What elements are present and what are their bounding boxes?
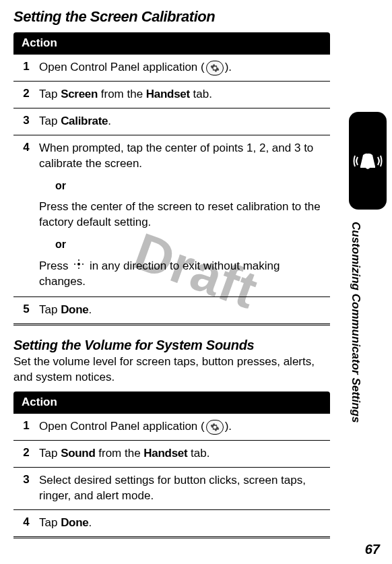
step-text: Tap Sound from the Handset tab. [39,446,214,462]
section2-title: Setting the Volume for System Sounds [13,338,330,353]
table-row: 1 Open Control Panel application (). [13,414,330,441]
svg-point-0 [77,263,80,265]
step-text: Tap Done. [39,515,96,531]
step-text: Open Control Panel application (). [39,419,236,435]
action-header-1: Action [13,32,330,54]
nav-icon [73,259,84,274]
step-number: 4 [13,515,39,531]
step-text: Tap Done. [39,303,96,318]
side-tab: Customizing Communicator Settings [349,112,387,536]
step-number: 3 [13,114,39,129]
step-number: 3 [13,473,39,504]
step-text: Select desired settings for button click… [39,473,330,504]
chapter-label: Customizing Communicator Settings [349,222,362,451]
step-text: Tap Calibrate. [39,114,115,129]
svg-point-1 [78,259,79,261]
bell-icon [349,112,387,210]
step-number: 2 [13,446,39,462]
table-row: 4 When prompted, tap the center of point… [13,135,330,297]
step-text: Tap Screen from the Handset tab. [39,87,216,102]
step-number: 1 [13,60,39,75]
svg-rect-5 [360,166,375,168]
section2-intro: Set the volume level for screen taps, bu… [13,354,330,385]
table-row: 1 Open Control Panel application (). [13,55,330,82]
table-row: 4 Tap Done. [13,510,330,537]
step-number: 4 [13,141,39,291]
step-number: 1 [13,419,39,435]
section1-title: Setting the Screen Calibration [13,8,330,26]
table-row: 3 Tap Calibrate. [13,108,330,135]
step-number: 2 [13,87,39,102]
page-number: 67 [365,542,380,557]
svg-point-2 [78,268,79,269]
step-text: Open Control Panel application (). [39,60,236,75]
gear-icon [206,420,224,435]
step-text: When prompted, tap the center of points … [39,141,330,291]
gear-icon [206,61,224,75]
svg-point-3 [74,263,75,265]
table-row: 3 Select desired settings for button cli… [13,468,330,510]
table-row: 2 Tap Screen from the Handset tab. [13,82,330,108]
action-header-2: Action [13,391,330,413]
step-number: 5 [13,303,39,318]
table-row: 5 Tap Done. [13,297,330,324]
svg-point-4 [82,263,84,265]
table-row: 2 Tap Sound from the Handset tab. [13,441,330,468]
